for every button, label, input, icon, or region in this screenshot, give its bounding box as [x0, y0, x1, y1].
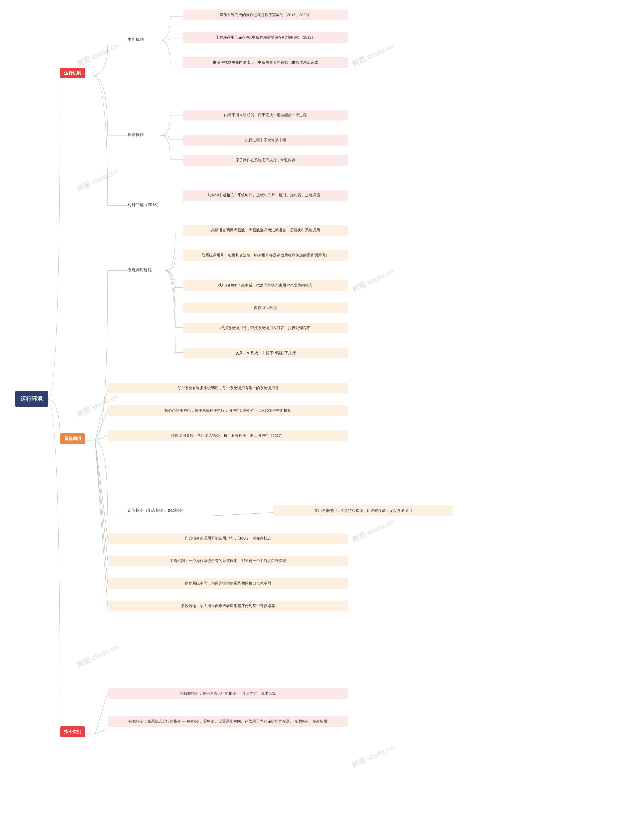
category-run: 运行机制: [60, 68, 85, 78]
connector-lines: [0, 0, 641, 840]
leaf-syscall-5: 中断机制：一个操作系统所有的系统调用，都通过一个中断入口来实现: [108, 556, 348, 566]
watermark-4: 树图 shutu.cn: [351, 266, 396, 294]
sub-primitive: 原语操作: [128, 132, 144, 137]
leaf-syscall-6: 操作系统不同，为用户提供的系统调用接口也就不同: [108, 578, 348, 589]
leaf-primitive-1: 由若干指令组成的、用于完成一定功能的一个过程: [183, 110, 348, 121]
leaf-syscall-2: 核心态到用户态：操作系统程序执行；用户态到核心态:int 0x80硬件中断机制: [108, 405, 348, 416]
category-instr-label: 指令类别: [64, 729, 81, 734]
leaf-primitive-2: 执行过程中不允许被中断: [183, 135, 348, 145]
watermark-8: 树图 shutu.cn: [351, 742, 396, 770]
leaf-syscall-3: 传递调用参数、执行陷入指令、执行服务程序、返回用户态（2017）: [108, 430, 348, 441]
leaf-interrupt-3: 由硬件找到中断向量表，但中断向量表的初始化由操作系统完成: [183, 57, 348, 68]
mind-map: 树图 shutu.cn 树图 shutu.cn 树图 shutu.cn 树图 s…: [0, 0, 641, 840]
leaf-syscallproc-5: 根据系统调用号，查找系统调用入口表，执行处理程序: [183, 322, 348, 333]
leaf-interrupt-2: 子程序调用只保存PC;中断程序需要保存PC和PSW（2012）: [183, 32, 348, 43]
watermark-2: 树图 shutu.cn: [351, 41, 396, 69]
leaf-interrupt-1: 操作系统完成的操作也就是程序完成的（2015、2020）: [183, 10, 348, 20]
leaf-syscallproc-2: 取系统调用号，检查其合法性（linux用寄存器存放用程序传递的系统调用号）: [183, 250, 348, 261]
leaf-syscall-7: 参数传递：陷入指令自带或者应用程序传到某个寄存器等: [108, 601, 348, 611]
leaf-syscall-4: 广义指令的调用可能在用户态，但执行一定在内核态: [108, 533, 348, 544]
sub-access: 访管指令（陷入指令、trap指令）: [128, 508, 187, 513]
leaf-instr-1: 非特权指令：在用户态运行的指令 — 读写内存、算术运算: [108, 688, 348, 699]
leaf-clock-1: 与时钟中断相关：系统时间、进程时间片、延时、定时器、进程调度...: [183, 190, 348, 201]
sub-clock: 时钟管理（2018）: [128, 202, 161, 208]
leaf-syscallproc-1: 高级语言调用库函数，库函数翻译为汇编语言，需要执行系统调用: [183, 225, 348, 236]
watermark-3: 树图 shutu.cn: [75, 166, 120, 194]
watermark-6: 树图 shutu.cn: [351, 517, 396, 545]
leaf-access-1: 在用户态使用，不是特权指令，用户程序借此发起系统调用: [273, 505, 453, 516]
leaf-syscallproc-6: 恢复CPU现场，主程序继续往下执行: [183, 348, 348, 358]
category-syscall: 系统调用: [60, 433, 85, 444]
sub-syscallproc: 系统调用过程: [128, 268, 152, 273]
central-node: 运行环境: [15, 391, 48, 407]
category-run-label: 运行机制: [64, 71, 81, 76]
leaf-syscallproc-4: 保存CPU环境: [183, 303, 348, 313]
sub-interrupt: 中断机制: [128, 37, 144, 42]
leaf-instr-2: 特权指令：在系统态运行的指令 — I/O指令、置中断、设置系统时间、存取用于内存…: [108, 716, 348, 727]
leaf-syscall-1: 每个系统有许多系统调用，每个系统调用有唯一的系统调用号: [108, 383, 348, 393]
category-instr: 指令类别: [60, 726, 85, 737]
watermark-1: 树图 shutu.cn: [75, 41, 120, 69]
leaf-primitive-3: 原子操作在系统态下执行，常驻内存: [183, 155, 348, 166]
watermark-7: 树图 shutu.cn: [75, 642, 120, 670]
category-syscall-label: 系统调用: [64, 436, 81, 441]
central-label: 运行环境: [21, 396, 43, 402]
leaf-syscallproc-3: 执行int 80h产生中断，把处理机状态由用户态变为内核态: [183, 280, 348, 291]
